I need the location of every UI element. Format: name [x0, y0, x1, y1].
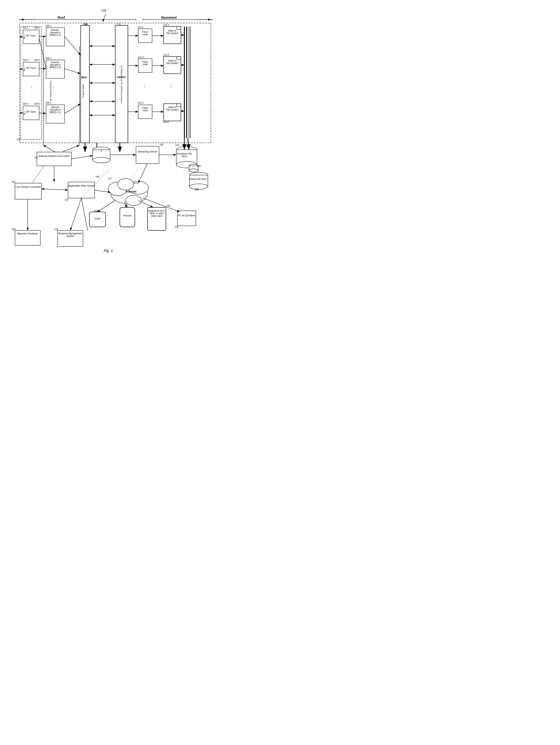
- svg-line-94: [138, 164, 148, 183]
- business-mgmt-label: Business Management System: [58, 232, 83, 237]
- behavior-predictor-label: Behavior Predictor: [15, 232, 40, 235]
- label-104-n: 104-n: [34, 102, 40, 105]
- label-102-n: 102-n: [23, 102, 29, 105]
- svg-line-108: [81, 198, 88, 230]
- label-130: 130: [124, 205, 128, 207]
- label-116: 116: [34, 156, 38, 159]
- svg-line-14: [102, 14, 106, 22]
- svg-rect-28: [164, 27, 181, 44]
- label-120: 120: [159, 143, 163, 146]
- label-112-n: 112-n: [137, 102, 144, 104]
- svg-point-71: [176, 161, 197, 168]
- label-110: 110: [116, 23, 121, 26]
- label-134: 134: [166, 204, 170, 207]
- label-104-2: 104-2: [34, 59, 40, 61]
- svg-point-74: [189, 169, 198, 172]
- dots-demod: ⋮: [52, 86, 55, 90]
- svg-rect-67: [37, 152, 71, 166]
- dots-index: ⋮: [169, 84, 173, 88]
- svg-rect-65: [93, 150, 110, 160]
- svg-line-93: [94, 190, 111, 192]
- label-108: 108: [83, 23, 87, 26]
- svg-line-102: [138, 200, 153, 207]
- svg-line-107: [70, 198, 81, 230]
- antenna-optimize-label: Antenna Optimize and Control: [37, 155, 71, 157]
- dots-antenna: ⋮: [30, 85, 33, 89]
- svg-point-75: [189, 172, 208, 178]
- antenna-2: 📡: [22, 66, 27, 71]
- svg-rect-29: [164, 57, 181, 74]
- label-104-1: 104-1: [34, 27, 40, 29]
- svg-line-43: [65, 69, 81, 74]
- antenna-n: 📡: [22, 110, 27, 115]
- online-file-store-label: Online File Store: [189, 178, 208, 181]
- label-basement: Basement: [161, 16, 177, 19]
- label-128: 128: [94, 209, 98, 212]
- label-114-n: 114-n: [163, 121, 169, 124]
- dots-transcode: ⋮: [143, 84, 146, 88]
- demod-n-label: Demod.Decode toMPEG-2 ts: [46, 106, 65, 114]
- svg-rect-76: [189, 175, 208, 187]
- antenna-transport-label: Antenna Transport e.g. (N x 10GBase E): [120, 65, 123, 103]
- svg-point-72: [189, 164, 198, 167]
- ipad-label: iPad: [89, 217, 105, 220]
- label-106-1: 106-1: [45, 25, 52, 27]
- svg-line-110: [62, 145, 80, 152]
- svg-line-79: [188, 138, 189, 150]
- label-132: 132: [175, 226, 179, 228]
- label-126: 126: [175, 144, 179, 147]
- label-114-1: 114-1: [163, 24, 169, 26]
- index-2-label: Index toFile System: [164, 59, 181, 65]
- label-124: 124: [65, 199, 68, 201]
- transcode-n-label: Trans-code: [138, 107, 152, 112]
- svg-line-39: [39, 38, 46, 69]
- antenna-1: 📡: [22, 34, 27, 39]
- label-122: 122: [11, 181, 15, 183]
- svg-point-87: [111, 183, 148, 204]
- app-web-server-label: Application Web Server: [68, 184, 94, 187]
- broadcast-file-store-label: Broadcast File Store: [174, 153, 195, 158]
- program-select-label: Program Select: [82, 84, 84, 98]
- svg-point-90: [118, 179, 134, 190]
- diagram-container: 100 103 Roof Basement 102-1 102-2 102-n …: [0, 0, 217, 288]
- iphone-label: iPhone: [120, 214, 135, 217]
- svg-rect-68: [136, 146, 159, 164]
- svg-line-83: [71, 156, 93, 159]
- svg-line-111: [43, 145, 55, 152]
- label-136: 136: [11, 228, 15, 231]
- index-1-label: Index toFile System: [164, 30, 181, 35]
- transcode-2-label: Trans-code: [138, 61, 152, 66]
- label-144: 144: [195, 188, 199, 190]
- label-106-2: 106-2: [45, 57, 52, 59]
- svg-point-91: [126, 195, 142, 205]
- svg-line-112: [81, 168, 111, 198]
- live-stream-controller-label: Live Stream Controller: [15, 186, 41, 188]
- svg-line-114: [138, 164, 146, 184]
- svg-line-44: [65, 104, 81, 114]
- svg-line-100: [97, 200, 115, 212]
- label-102: 102: [17, 138, 21, 141]
- label-112-2: 112-2: [137, 56, 144, 59]
- svg-line-113: [129, 164, 141, 184]
- svg-line-92: [41, 189, 68, 190]
- label-127: 127: [108, 177, 112, 180]
- transcode-1-label: Trans-code: [138, 31, 152, 36]
- label-140: 140: [96, 175, 99, 178]
- label-142: 142: [197, 165, 201, 167]
- svg-rect-97: [120, 207, 135, 227]
- svg-point-69: [176, 147, 197, 153]
- index-n-label: Index toFile System: [164, 106, 181, 111]
- label-102-2: 102-2: [23, 59, 29, 61]
- internet-label: Internet: [120, 190, 143, 193]
- svg-line-109: [32, 166, 44, 183]
- svg-rect-99: [178, 211, 196, 226]
- svg-rect-73: [189, 166, 198, 170]
- label-100: 100: [101, 9, 106, 12]
- label-112-1: 112-1: [137, 26, 144, 29]
- rf-channel-label: RF Channel and RSSI: [50, 80, 52, 101]
- label-114-2: 114-2: [163, 54, 169, 56]
- demod-2-label: Demod.Decode toMPEG-2 ts: [46, 61, 65, 69]
- svg-point-66: [93, 157, 110, 163]
- android-label: Android w/ HLS, HDS, or other video clie…: [148, 209, 166, 217]
- label-106-n: 106-n: [45, 102, 52, 104]
